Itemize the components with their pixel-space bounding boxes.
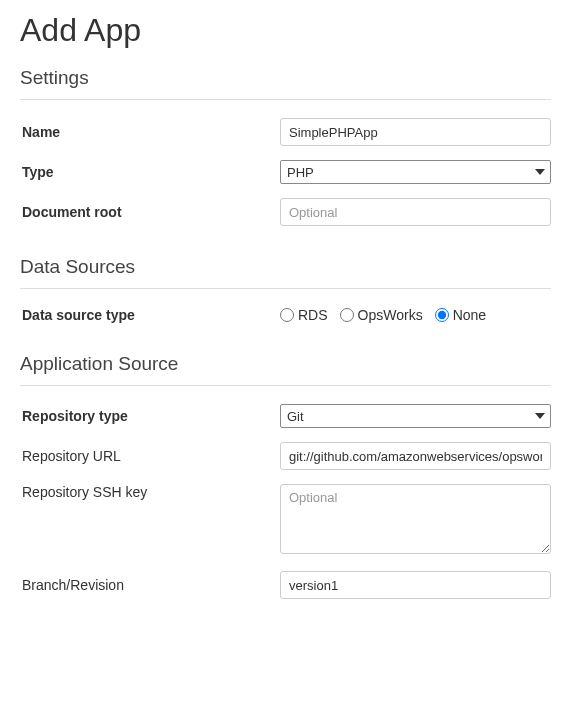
form-row-branch-revision: Branch/Revision <box>20 571 551 599</box>
radio-rds[interactable] <box>280 308 294 322</box>
radio-label-none: None <box>453 307 486 323</box>
form-row-data-source-type: Data source type RDS OpsWorks None <box>20 307 551 323</box>
radio-item-opsworks[interactable]: OpsWorks <box>340 307 423 323</box>
form-row-repository-ssh-key: Repository SSH key <box>20 484 551 557</box>
repository-type-select[interactable]: Git <box>280 404 551 428</box>
label-repository-type: Repository type <box>20 408 280 424</box>
type-select[interactable]: PHP <box>280 160 551 184</box>
repository-url-input[interactable] <box>280 442 551 470</box>
radio-label-rds: RDS <box>298 307 328 323</box>
radio-item-rds[interactable]: RDS <box>280 307 328 323</box>
label-data-source-type: Data source type <box>20 307 280 323</box>
label-repository-url: Repository URL <box>20 448 280 464</box>
radio-label-opsworks: OpsWorks <box>358 307 423 323</box>
label-name: Name <box>20 124 280 140</box>
label-repository-ssh-key: Repository SSH key <box>20 484 280 500</box>
label-branch-revision: Branch/Revision <box>20 577 280 593</box>
repository-type-select-value: Git <box>280 404 551 428</box>
repository-ssh-key-input[interactable] <box>280 484 551 554</box>
form-row-repository-type: Repository type Git <box>20 404 551 428</box>
radio-opsworks[interactable] <box>340 308 354 322</box>
form-row-type: Type PHP <box>20 160 551 184</box>
divider <box>20 288 551 289</box>
divider <box>20 99 551 100</box>
name-input[interactable] <box>280 118 551 146</box>
section-title-data-sources: Data Sources <box>20 256 551 278</box>
radio-none[interactable] <box>435 308 449 322</box>
divider <box>20 385 551 386</box>
document-root-input[interactable] <box>280 198 551 226</box>
form-row-repository-url: Repository URL <box>20 442 551 470</box>
label-document-root: Document root <box>20 204 280 220</box>
section-title-settings: Settings <box>20 67 551 89</box>
data-source-type-radio-group: RDS OpsWorks None <box>280 307 551 323</box>
label-type: Type <box>20 164 280 180</box>
page-title: Add App <box>20 12 551 49</box>
branch-revision-input[interactable] <box>280 571 551 599</box>
type-select-value: PHP <box>280 160 551 184</box>
form-row-name: Name <box>20 118 551 146</box>
form-row-document-root: Document root <box>20 198 551 226</box>
radio-item-none[interactable]: None <box>435 307 486 323</box>
section-title-application-source: Application Source <box>20 353 551 375</box>
